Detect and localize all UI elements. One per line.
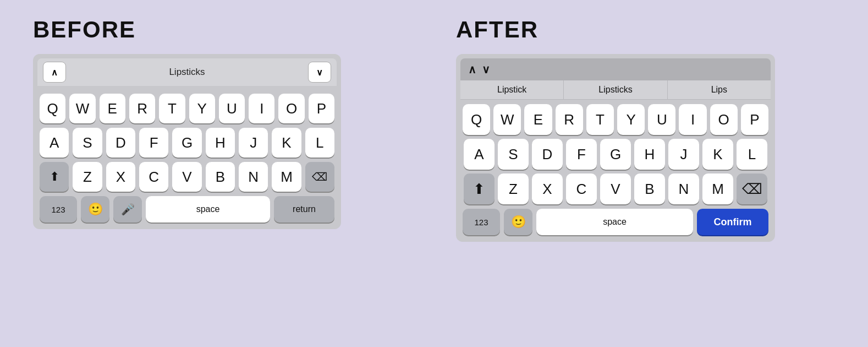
key-P[interactable]: P (309, 94, 334, 123)
after-key-P[interactable]: P (741, 104, 768, 135)
before-delete-key[interactable]: ⌫ (305, 162, 334, 192)
after-key-rows: Q W E R T Y U I O P A S D F G (460, 100, 771, 207)
after-key-G[interactable]: G (600, 139, 631, 170)
after-keyboard: ∧ ∨ Lipstick Lipsticks Lips Q W E R T Y (456, 54, 775, 242)
before-emoji-key[interactable]: 🙂 (81, 196, 109, 223)
after-row-1: Q W E R T Y U I O P (463, 104, 768, 135)
before-section: BEFORE ∧ Lipsticks ∨ Q W E R (33, 17, 412, 229)
after-title: AFTER (456, 17, 539, 43)
after-section: AFTER ∧ ∨ Lipstick Lipsticks Lips Q W E (456, 17, 835, 242)
after-down-arrow-button[interactable]: ∨ (482, 63, 490, 76)
after-emoji-icon: 🙂 (511, 215, 526, 229)
key-Z[interactable]: Z (73, 162, 102, 192)
after-key-U[interactable]: U (648, 104, 675, 135)
key-O[interactable]: O (278, 94, 304, 123)
key-F[interactable]: F (139, 128, 168, 158)
after-shift-key[interactable]: ⬆ (464, 174, 495, 204)
after-delete-key[interactable]: ⌫ (737, 174, 767, 204)
after-key-V[interactable]: V (600, 174, 631, 204)
after-key-B[interactable]: B (634, 174, 665, 204)
comparison-wrapper: BEFORE ∧ Lipsticks ∨ Q W E R (33, 17, 835, 242)
key-Q[interactable]: Q (40, 94, 65, 123)
key-J[interactable]: J (239, 128, 268, 158)
emoji-icon: 🙂 (88, 202, 103, 216)
key-R[interactable]: R (129, 94, 155, 123)
key-D[interactable]: D (106, 128, 135, 158)
after-key-W[interactable]: W (493, 104, 521, 135)
key-S[interactable]: S (73, 128, 102, 158)
after-suggestions: Lipstick Lipsticks Lips (460, 80, 771, 100)
after-key-X[interactable]: X (532, 174, 563, 204)
after-space-key[interactable]: space (536, 209, 693, 235)
before-keyboard: ∧ Lipsticks ∨ Q W E R T Y U I (33, 54, 341, 229)
key-U[interactable]: U (219, 94, 245, 123)
after-key-S[interactable]: S (498, 139, 529, 170)
before-row-2: A S D F G H J K L (40, 128, 334, 158)
key-X[interactable]: X (106, 162, 135, 192)
before-up-arrow-button[interactable]: ∧ (43, 62, 66, 83)
after-key-I[interactable]: I (679, 104, 706, 135)
key-Y[interactable]: Y (189, 94, 215, 123)
key-I[interactable]: I (249, 94, 274, 123)
key-T[interactable]: T (159, 94, 185, 123)
before-down-arrow-button[interactable]: ∨ (308, 62, 331, 83)
before-toolbar: ∧ Lipsticks ∨ (37, 58, 337, 86)
key-B[interactable]: B (206, 162, 235, 192)
before-shift-key[interactable]: ⬆ (40, 162, 69, 192)
after-key-L[interactable]: L (737, 139, 767, 170)
key-N[interactable]: N (239, 162, 268, 192)
before-space-key[interactable]: space (146, 196, 270, 223)
after-key-J[interactable]: J (668, 139, 699, 170)
key-E[interactable]: E (100, 94, 125, 123)
down-chevron-icon: ∨ (316, 67, 323, 78)
before-mic-key[interactable]: 🎤 (113, 196, 142, 223)
key-G[interactable]: G (172, 128, 201, 158)
after-key-K[interactable]: K (702, 139, 733, 170)
after-bottom-row: 123 🙂 space Confirm (460, 207, 771, 236)
after-key-H[interactable]: H (634, 139, 665, 170)
after-key-Z[interactable]: Z (498, 174, 529, 204)
after-emoji-key[interactable]: 🙂 (504, 209, 532, 235)
before-row-1: Q W E R T Y U I O P (40, 94, 334, 123)
suggestion-lipsticks[interactable]: Lipsticks (564, 80, 667, 99)
after-key-N[interactable]: N (668, 174, 699, 204)
after-key-T[interactable]: T (586, 104, 614, 135)
after-key-F[interactable]: F (566, 139, 597, 170)
after-key-Y[interactable]: Y (617, 104, 645, 135)
before-title: BEFORE (33, 17, 136, 43)
after-key-C[interactable]: C (566, 174, 597, 204)
after-key-E[interactable]: E (524, 104, 552, 135)
key-C[interactable]: C (139, 162, 168, 192)
after-row-2: A S D F G H J K L (463, 139, 768, 170)
after-row-3: ⬆ Z X C V B N M ⌫ (463, 174, 768, 204)
key-A[interactable]: A (40, 128, 69, 158)
before-row-3: ⬆ Z X C V B N M ⌫ (40, 162, 334, 192)
key-L[interactable]: L (305, 128, 334, 158)
key-M[interactable]: M (272, 162, 301, 192)
before-bottom-row: 123 🙂 🎤 space return (37, 194, 337, 224)
after-num-key[interactable]: 123 (463, 209, 500, 235)
before-autocomplete-word: Lipsticks (169, 67, 205, 78)
before-num-key[interactable]: 123 (40, 196, 77, 223)
mic-icon: 🎤 (121, 203, 135, 216)
key-W[interactable]: W (69, 94, 95, 123)
suggestion-lipstick[interactable]: Lipstick (460, 80, 564, 99)
after-key-A[interactable]: A (464, 139, 495, 170)
after-key-M[interactable]: M (702, 174, 733, 204)
after-up-arrow-button[interactable]: ∧ (468, 63, 476, 76)
after-topbar: ∧ ∨ (460, 58, 771, 80)
confirm-button[interactable]: Confirm (697, 209, 768, 235)
suggestion-lips[interactable]: Lips (668, 80, 771, 99)
before-key-rows: Q W E R T Y U I O P A S D F G (37, 89, 337, 194)
key-H[interactable]: H (206, 128, 235, 158)
key-V[interactable]: V (172, 162, 201, 192)
after-key-O[interactable]: O (710, 104, 738, 135)
up-chevron-icon: ∧ (51, 67, 58, 78)
before-return-key[interactable]: return (274, 196, 334, 223)
after-key-R[interactable]: R (556, 104, 583, 135)
after-key-D[interactable]: D (532, 139, 563, 170)
after-key-Q[interactable]: Q (463, 104, 490, 135)
key-K[interactable]: K (272, 128, 301, 158)
